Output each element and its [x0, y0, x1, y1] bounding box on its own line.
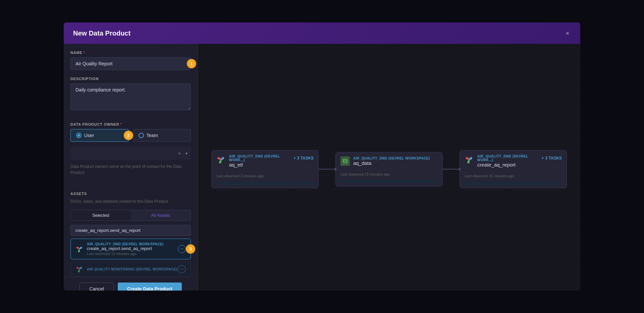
tab-all-assets[interactable]: All Assets — [131, 210, 191, 221]
node-2-workspace: AIR_QUALITY_DND (DEVREL WORK...) — [477, 154, 538, 162]
node-1-bar — [340, 180, 438, 183]
assets-section: ASSETS DAGs, tasks, and datasets related… — [64, 192, 198, 277]
owner-select-wrapper: × ▾ — [70, 147, 191, 160]
connector-0 — [319, 169, 335, 170]
name-input-wrapper: 1 — [70, 57, 191, 70]
assets-label: ASSETS — [70, 192, 191, 196]
assets-search-input[interactable] — [70, 225, 191, 236]
description-label: DESCRIPTION — [70, 77, 191, 81]
dag-icon-2 — [465, 155, 474, 165]
close-button[interactable]: × — [564, 28, 571, 38]
description-input[interactable]: Daily compliance report. — [70, 83, 191, 110]
modal-title: New Data Product — [73, 29, 130, 37]
user-radio-circle — [76, 133, 82, 138]
node-2-observed: Last observed 15 minutes ago — [465, 174, 562, 178]
asset-workspace-0: AIR_QUALITY_DND (DEVREL WORKSPACE) — [87, 242, 164, 246]
node-1-observed: Last observed 15 minutes ago — [340, 172, 438, 176]
asset-remove-1[interactable]: − — [178, 265, 186, 273]
modal-body: NAME * 1 DESCRIPTION Daily compliance re… — [64, 44, 580, 291]
svg-point-3 — [343, 159, 347, 160]
owner-select-input[interactable] — [70, 147, 191, 160]
asset-dag-icon-0 — [75, 245, 84, 253]
description-section: DESCRIPTION Daily compliance report. — [64, 70, 198, 112]
step-1-badge: 1 — [187, 59, 196, 68]
name-input[interactable] — [70, 57, 191, 70]
db-icon-1 — [340, 156, 350, 166]
node-1-name: aq_data — [353, 160, 438, 166]
asset-item-1: AIR QUALITY MONITORING (DEVREL WORKSPACE… — [70, 261, 191, 277]
dag-icon-0 — [216, 155, 226, 165]
user-radio-option[interactable]: User 2 — [70, 129, 129, 142]
owner-section: DATA PRODUCT OWNER * User 2 Team — [64, 122, 198, 181]
asset-name-0: create_aq_report.send_aq_report — [87, 246, 164, 251]
node-2-name: create_aq_report — [477, 162, 538, 168]
node-0-workspace: AIR_QUALITY_DND (DEVREL WORK...) — [229, 154, 290, 162]
asset-remove-0[interactable]: − — [178, 245, 186, 253]
team-radio-label: Team — [147, 133, 158, 138]
node-1-workspace: AIR_QUALITY_DND (DEVREL WORKSPACE) — [353, 156, 438, 160]
team-radio-circle — [139, 133, 144, 138]
team-radio-option[interactable]: Team — [133, 129, 191, 142]
node-0-tasks: + 3 TASKS — [293, 156, 314, 161]
asset-time-0: Last observed 13 minutes ago — [87, 252, 164, 256]
owner-label: DATA PRODUCT OWNER * — [70, 122, 191, 126]
node-2-tasks: + 3 TASKS — [542, 156, 562, 161]
connector-1 — [443, 169, 460, 170]
modal-header: New Data Product × — [64, 22, 580, 44]
select-clear-icon[interactable]: × — [178, 151, 181, 156]
node-2-bar — [465, 182, 562, 185]
left-panel: NAME * 1 DESCRIPTION Daily compliance re… — [64, 44, 198, 291]
user-radio-label: User — [84, 133, 94, 138]
asset-step-badge-0: 3 — [186, 244, 195, 254]
step-2-badge: 2 — [124, 131, 133, 140]
dag-card-1[interactable]: AIR_QUALITY_DND (DEVREL WORKSPACE) aq_da… — [335, 152, 443, 186]
node-0-observed: Last observed 3 minutes ago — [216, 174, 314, 178]
owner-radio-group: User 2 Team — [70, 129, 191, 142]
assets-hint: DAGs, tasks, and datasets related to thi… — [70, 198, 191, 204]
modal-container: New Data Product × NAME * 1 — [64, 22, 580, 291]
dag-card-0[interactable]: AIR_QUALITY_DND (DEVREL WORK...) aq_etl … — [211, 150, 319, 188]
dag-card-2[interactable]: AIR_QUALITY_DND (DEVREL WORK...) create_… — [460, 150, 567, 188]
modal-footer: Cancel Create Data Product — [64, 277, 198, 291]
asset-dag-icon-1 — [75, 265, 84, 273]
cancel-button[interactable]: Cancel — [79, 283, 114, 291]
node-0-name: aq_etl — [229, 162, 290, 168]
canvas-panel: AIR_QUALITY_DND (DEVREL WORK...) aq_etl … — [198, 44, 580, 291]
canvas-content: AIR_QUALITY_DND (DEVREL WORK...) aq_etl … — [211, 150, 567, 188]
name-section: NAME * 1 — [64, 44, 198, 70]
node-0-bar — [216, 182, 314, 185]
assets-tabs: Selected All Assets — [70, 210, 191, 221]
asset-workspace-1: AIR QUALITY MONITORING (DEVREL WORKSPACE… — [87, 267, 177, 271]
create-button[interactable]: Create Data Product — [118, 283, 182, 291]
name-label: NAME * — [70, 51, 191, 55]
owner-hint: Data Product owners serve as the point o… — [70, 164, 191, 176]
modal-overlay: New Data Product × NAME * 1 — [0, 0, 644, 313]
asset-item-0: AIR_QUALITY_DND (DEVREL WORKSPACE) creat… — [70, 239, 191, 259]
tab-selected[interactable]: Selected — [71, 210, 131, 221]
